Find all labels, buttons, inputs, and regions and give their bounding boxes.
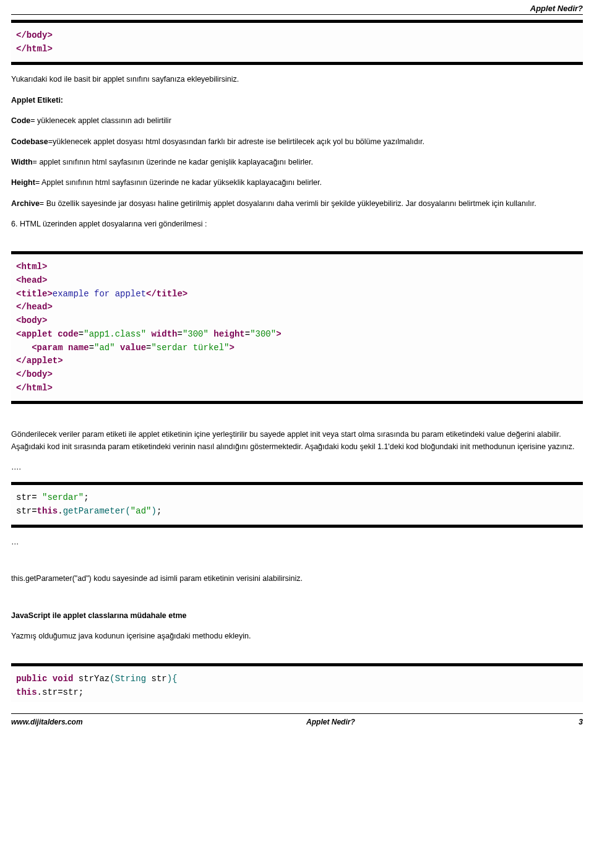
- page-footer: www.dijitalders.com Applet Nedir? 3: [11, 713, 583, 735]
- term-desc: =yüklenecek applet dosyası html dosyasın…: [48, 137, 424, 146]
- code-token: =: [89, 343, 94, 353]
- paragraph: Width= applet sınıfının html sayfasının …: [11, 157, 583, 168]
- code-token: <head>: [16, 275, 47, 285]
- code-line: </html>: [16, 44, 53, 54]
- code-token: </title>: [146, 289, 187, 299]
- code-token: "serdar": [42, 492, 84, 502]
- footer-right: 3: [579, 718, 583, 726]
- code-token: <param: [16, 343, 68, 353]
- paragraph: Yukarıdaki kod ile basit bir applet sını…: [11, 74, 583, 85]
- code-token: "app1.class": [84, 329, 146, 339]
- paragraph: this.getParameter("ad") kodu sayesinde a…: [11, 573, 583, 585]
- code-token: public: [16, 674, 47, 684]
- code-block-3: str= "serdar"; str=this.getParameter("ad…: [11, 482, 583, 527]
- term-desc: = Bu özellik sayesinde jar dosyası halin…: [40, 199, 536, 208]
- ellipsis: …: [11, 536, 583, 548]
- code-token: </head>: [16, 302, 53, 312]
- term: Code: [11, 116, 30, 125]
- code-token: ): [151, 506, 156, 516]
- paragraph: 6. HTML üzerinden applet dosyalarına ver…: [11, 218, 583, 230]
- footer-center: Applet Nedir?: [306, 718, 355, 726]
- code-token: .str=str;: [37, 687, 84, 697]
- code-token: code: [58, 329, 79, 339]
- term: Archive: [11, 199, 40, 208]
- code-token: ;: [84, 492, 88, 502]
- code-token: strYaz: [73, 674, 110, 684]
- code-token: this: [16, 687, 37, 697]
- code-token: example for applet: [53, 289, 146, 299]
- ellipsis: ….: [11, 462, 583, 473]
- term: Height: [11, 178, 35, 187]
- code-token: >: [230, 343, 235, 353]
- code-token: (: [125, 506, 130, 516]
- code-token: >: [276, 329, 281, 339]
- page-header-title: Applet Nedir?: [0, 0, 594, 14]
- code-token: ;: [157, 506, 161, 516]
- paragraph: Height= Applet sınıfının html sayfasının…: [11, 177, 583, 189]
- code-token: </applet>: [16, 356, 63, 366]
- code-token: </html>: [16, 383, 53, 393]
- term-desc: = yüklenecek applet classının adı belirt…: [30, 116, 171, 125]
- code-token: "ad": [131, 506, 152, 516]
- paragraph: Code= yüklenecek applet classının adı be…: [11, 115, 583, 127]
- code-token: =: [245, 329, 250, 339]
- code-token: void: [53, 674, 74, 684]
- code-token: height: [209, 329, 245, 339]
- code-token: (: [110, 674, 114, 684]
- term: Width: [11, 158, 33, 166]
- code-block-2: <html> <head> <title>example for applet<…: [11, 251, 583, 404]
- term: Codebase: [11, 137, 48, 146]
- code-token: <body>: [16, 316, 47, 325]
- header-divider: [11, 14, 583, 15]
- term-desc: = Applet sınıfının html sayfasının üzeri…: [35, 178, 322, 187]
- code-token: <html>: [16, 262, 47, 272]
- code-token: str=: [16, 492, 42, 502]
- code-token: this: [37, 506, 58, 516]
- code-token: str=: [16, 506, 37, 516]
- code-token: {: [172, 674, 177, 684]
- section-heading: Applet Etiketi:: [11, 95, 583, 106]
- code-token: "ad": [94, 343, 115, 353]
- paragraph: Gönderilecek veriler param etiketi ile a…: [11, 429, 583, 453]
- code-token: "300": [250, 329, 276, 339]
- code-token: "300": [183, 329, 209, 339]
- code-block-1: </body> </html>: [11, 20, 583, 65]
- code-token: getParameter: [63, 506, 126, 516]
- code-token: =: [79, 329, 84, 339]
- code-token: =: [177, 329, 182, 339]
- footer-left: www.dijitalders.com: [11, 718, 83, 726]
- code-token: str: [146, 674, 167, 684]
- section-heading: JavaScript ile applet classlarına müdaha…: [11, 610, 583, 622]
- code-token: [47, 674, 52, 684]
- paragraph: Codebase=yüklenecek applet dosyası html …: [11, 136, 583, 148]
- paragraph: Yazmış olduğumuz java kodunun içerisine …: [11, 630, 583, 642]
- code-token: .: [58, 506, 62, 516]
- term-desc: = applet sınıfının html sayfasının üzeri…: [33, 158, 313, 166]
- paragraph: Archive= Bu özellik sayesinde jar dosyas…: [11, 198, 583, 210]
- code-line: </body>: [16, 30, 53, 40]
- code-token: width: [146, 329, 177, 339]
- code-token: ): [167, 674, 172, 684]
- code-token: name: [68, 343, 89, 353]
- page-content: </body> </html> Yukarıdaki kod ile basit…: [0, 20, 594, 713]
- code-token: "serdar türkel": [151, 343, 229, 353]
- code-block-4: public void strYaz(String str){ this.str…: [11, 663, 583, 702]
- code-token: </body>: [16, 369, 53, 379]
- code-token: String: [115, 674, 146, 684]
- code-token: <title>: [16, 289, 53, 299]
- code-token: value: [115, 343, 146, 353]
- code-token: <applet: [16, 329, 58, 339]
